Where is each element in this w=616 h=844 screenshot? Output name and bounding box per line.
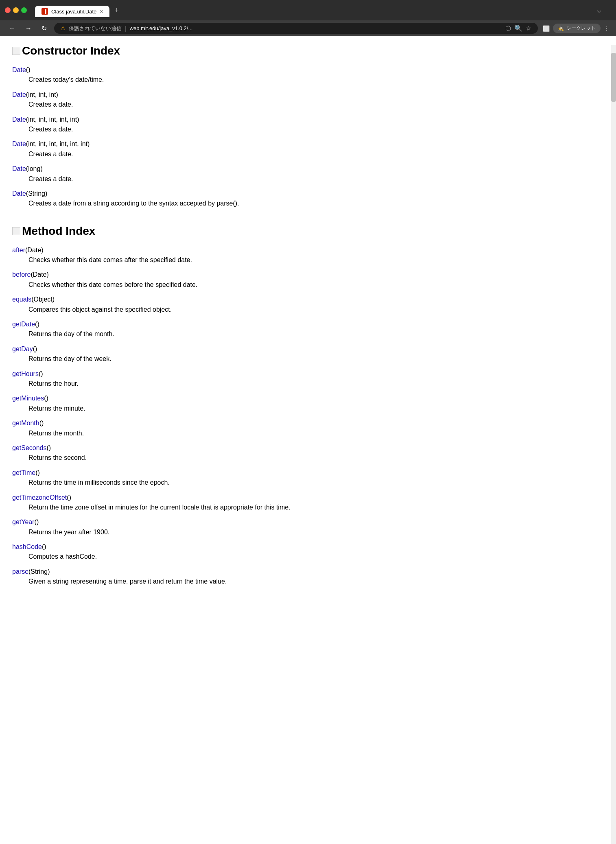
method-description-8: Returns the second. (28, 453, 604, 462)
method-link-4[interactable]: getDay (12, 345, 33, 352)
url-bar[interactable]: ⚠ 保護されていない通信 | web.mit.edu/java_v1.0.2/.… (54, 23, 538, 34)
method-description-6: Returns the minute. (28, 404, 604, 413)
constructor-params-3: (int, int, int, int, int, int) (26, 140, 90, 147)
translate-icon[interactable]: ⬡ (505, 24, 511, 32)
method-signature: getTimezoneOffset() (12, 493, 604, 502)
method-signature: getMonth() (12, 419, 604, 428)
constructor-link-3[interactable]: Date (12, 140, 26, 147)
constructor-description-2: Creates a date. (28, 125, 604, 134)
search-icon[interactable]: 🔍 (514, 24, 522, 32)
method-link-9[interactable]: getTime (12, 469, 35, 476)
method-description-5: Returns the hour. (28, 379, 604, 388)
method-signature: getTime() (12, 468, 604, 477)
method-description-10: Return the time zone offset in minutes f… (28, 503, 604, 512)
method-link-6[interactable]: getMinutes (12, 395, 44, 402)
method-signature: getHours() (12, 370, 604, 378)
maximize-window-button[interactable] (21, 7, 27, 13)
incognito-badge: 🕵 シークレット (553, 24, 601, 33)
incognito-label: シークレット (566, 25, 596, 32)
url-actions: ⬡ 🔍 ☆ (505, 24, 531, 32)
method-index-section: Method Index after(Date) Checks whether … (12, 225, 604, 586)
method-link-7[interactable]: getMonth (12, 420, 39, 426)
constructor-entry: Date(long) Creates a date. (12, 164, 604, 184)
title-bar: ▐ Class java.util.Date × + ⌵ (0, 0, 616, 20)
forward-button[interactable]: → (23, 24, 34, 33)
method-link-8[interactable]: getSeconds (12, 444, 47, 451)
method-description-9: Returns the time in milliseconds since t… (28, 478, 604, 487)
scrollbar[interactable] (611, 45, 616, 809)
method-link-10[interactable]: getTimezoneOffset (12, 494, 67, 501)
tab-close-button[interactable]: × (100, 8, 103, 15)
page-content: Constructor Index Date() Creates today's… (0, 36, 616, 809)
method-index-title: Method Index (22, 225, 95, 238)
minimize-window-button[interactable] (13, 7, 19, 13)
method-description-1: Checks whether this date comes before th… (28, 280, 604, 289)
constructor-link-1[interactable]: Date (12, 91, 26, 98)
close-window-button[interactable] (5, 7, 11, 13)
constructor-header-image (12, 47, 20, 55)
address-bar: ← → ↻ ⚠ 保護されていない通信 | web.mit.edu/java_v1… (0, 20, 616, 36)
method-entry: getTime() Returns the time in millisecon… (12, 468, 604, 488)
active-tab[interactable]: ▐ Class java.util.Date × (35, 6, 109, 17)
method-signature: getYear() (12, 518, 604, 527)
constructor-params-5: (String) (26, 190, 47, 197)
tab-favicon: ▐ (42, 8, 48, 15)
constructor-link-0[interactable]: Date (12, 66, 26, 73)
new-tab-button[interactable]: + (109, 4, 124, 17)
method-params-12: () (42, 543, 46, 550)
constructor-entry: Date(int, int, int, int, int, int) Creat… (12, 140, 604, 159)
method-signature: getSeconds() (12, 444, 604, 453)
method-params-7: () (39, 420, 44, 426)
constructor-link-2[interactable]: Date (12, 116, 26, 123)
method-params-3: () (35, 321, 39, 328)
method-description-11: Returns the year after 1900. (28, 528, 604, 537)
method-params-2: (Object) (31, 296, 55, 303)
constructor-signature: Date(long) (12, 164, 604, 173)
method-entry: getMinutes() Returns the minute. (12, 394, 604, 413)
method-params-10: () (67, 494, 71, 501)
reload-button[interactable]: ↻ (39, 24, 49, 33)
method-signature: equals(Object) (12, 295, 604, 304)
constructor-index-title: Constructor Index (22, 44, 120, 57)
method-entry: getSeconds() Returns the second. (12, 444, 604, 463)
method-entry: before(Date) Checks whether this date co… (12, 270, 604, 289)
method-signature: after(Date) (12, 246, 604, 255)
method-link-2[interactable]: equals (12, 296, 31, 303)
url-text: web.mit.edu/java_v1.0.2/... (130, 25, 193, 31)
method-link-11[interactable]: getYear (12, 518, 35, 525)
constructor-index-section: Constructor Index Date() Creates today's… (12, 44, 604, 208)
method-params-11: () (35, 518, 39, 525)
method-index-header: Method Index (12, 225, 604, 238)
constructor-signature: Date(int, int, int) (12, 90, 604, 99)
method-link-5[interactable]: getHours (12, 370, 39, 377)
constructor-description-3: Creates a date. (28, 150, 604, 159)
method-signature: before(Date) (12, 270, 604, 279)
constructor-params-4: (long) (26, 165, 43, 172)
cast-icon[interactable]: ⬜ (543, 25, 550, 32)
method-signature: getDate() (12, 320, 604, 329)
method-entry: getHours() Returns the hour. (12, 370, 604, 389)
method-link-13[interactable]: parse (12, 568, 28, 575)
menu-icon[interactable]: ⋮ (604, 25, 609, 32)
method-entry: getTimezoneOffset() Return the time zone… (12, 493, 604, 512)
security-warning-icon: ⚠ (61, 25, 66, 31)
method-entries-list: after(Date) Checks whether this date com… (12, 246, 604, 586)
method-link-1[interactable]: before (12, 271, 31, 278)
constructor-description-0: Creates today's date/time. (28, 75, 604, 84)
method-entry: getDay() Returns the day of the week. (12, 345, 604, 364)
method-link-3[interactable]: getDate (12, 321, 35, 328)
method-link-0[interactable]: after (12, 247, 25, 254)
method-params-8: () (47, 444, 51, 451)
constructor-entry: Date(String) Creates a date from a strin… (12, 189, 604, 208)
more-tabs-button[interactable]: ⌵ (592, 3, 606, 17)
scrollbar-thumb[interactable] (611, 53, 616, 102)
constructor-link-5[interactable]: Date (12, 190, 26, 197)
bookmark-icon[interactable]: ☆ (526, 24, 531, 32)
method-params-4: () (33, 345, 37, 352)
method-link-12[interactable]: hashCode (12, 543, 42, 550)
method-params-13: (String) (28, 568, 50, 575)
back-button[interactable]: ← (7, 24, 18, 33)
method-signature: parse(String) (12, 567, 604, 576)
method-description-4: Returns the day of the week. (28, 354, 604, 363)
constructor-link-4[interactable]: Date (12, 165, 26, 172)
